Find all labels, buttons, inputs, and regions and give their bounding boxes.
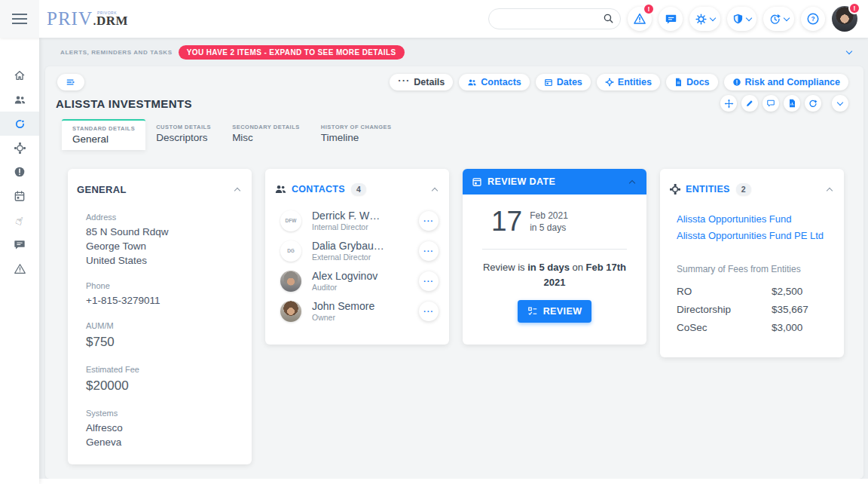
field-value: +1-815-3279011 bbox=[86, 293, 243, 308]
alerts-banner: ALERTS, REMINDERS AND TASKS YOU HAVE 2 I… bbox=[39, 38, 868, 66]
tab-docs[interactable]: Docs bbox=[666, 74, 718, 90]
tab-risk-and-compliance[interactable]: Risk and Compliance bbox=[724, 74, 848, 90]
sidebar-item-calendar[interactable] bbox=[0, 184, 39, 208]
alerts-count-badge: ! bbox=[643, 3, 655, 15]
fee-row: RO $2,500 bbox=[677, 282, 835, 300]
chevron-down-icon bbox=[837, 99, 843, 105]
chevron-up-icon bbox=[234, 188, 240, 194]
svg-text:?: ? bbox=[811, 16, 815, 23]
sidebar-item-feedback[interactable] bbox=[0, 232, 39, 256]
report-button[interactable] bbox=[784, 95, 800, 112]
chevron-down-icon bbox=[746, 14, 752, 20]
history-menu-button[interactable] bbox=[763, 7, 794, 31]
general-card: GENERAL Address 85 N Sound Rdqw George T… bbox=[68, 169, 252, 464]
user-avatar[interactable]: ! bbox=[832, 6, 857, 32]
review-message-on: on bbox=[570, 262, 586, 273]
alerts-button[interactable]: ! bbox=[628, 7, 652, 31]
collapse-card-button[interactable] bbox=[429, 179, 440, 199]
tab-entities[interactable]: Entities bbox=[597, 74, 660, 90]
sidebar-item-portfolio[interactable] bbox=[0, 112, 39, 136]
fees-summary-title: Summary of Fees from Entities bbox=[677, 264, 835, 274]
security-menu-button[interactable] bbox=[727, 7, 756, 31]
sidebar-item-contacts[interactable] bbox=[0, 87, 39, 112]
field-label: Address bbox=[86, 213, 243, 222]
subtab-misc[interactable]: SECONDARY DETAILS Misc bbox=[222, 119, 310, 150]
bottom-strip bbox=[39, 479, 868, 484]
alerts-banner-pill[interactable]: YOU HAVE 2 ITEMS - EXPAND TO SEE MORE DE… bbox=[179, 45, 405, 60]
contact-more-button[interactable]: ··· bbox=[419, 271, 439, 291]
edit-button[interactable] bbox=[741, 95, 758, 112]
tab-contacts[interactable]: Contacts bbox=[459, 74, 529, 90]
subtab-category: HISTORY OF CHANGES bbox=[321, 124, 392, 130]
contact-name: Derrick F. W… bbox=[312, 210, 380, 222]
sidebar-item-approvals[interactable]: ☝ bbox=[0, 208, 39, 232]
subtab-general[interactable]: STANDARD DETAILS General bbox=[62, 119, 145, 150]
help-icon: ? bbox=[806, 12, 820, 26]
pencil-icon bbox=[745, 99, 754, 108]
hand-gesture-icon: ☝ bbox=[14, 213, 24, 226]
calendar-icon bbox=[472, 176, 482, 187]
subtab-category: SECONDARY DETAILS bbox=[232, 124, 300, 130]
refresh-button[interactable] bbox=[805, 95, 821, 112]
messages-button[interactable] bbox=[659, 7, 683, 31]
comment-button[interactable] bbox=[763, 95, 779, 112]
tab-label: Entities bbox=[618, 77, 652, 87]
tab-label: Docs bbox=[686, 77, 710, 87]
sidebar: ☝ bbox=[0, 38, 39, 484]
review-month-year: Feb 2021 bbox=[530, 210, 568, 222]
contact-more-button[interactable]: ··· bbox=[419, 302, 439, 321]
field-value: $20000 bbox=[86, 377, 243, 395]
entity-link[interactable]: Alissta Opportunities Fund bbox=[677, 211, 835, 228]
fee-value: $3,000 bbox=[772, 322, 835, 333]
help-button[interactable]: ? bbox=[801, 7, 825, 31]
panel-toggle-button[interactable] bbox=[57, 74, 84, 90]
review-date-header: REVIEW DATE bbox=[463, 169, 646, 195]
alerts-banner-label: ALERTS, REMINDERS AND TASKS bbox=[60, 49, 173, 56]
history-icon bbox=[769, 13, 781, 26]
collapse-card-button[interactable] bbox=[824, 179, 835, 199]
hub-icon bbox=[605, 78, 614, 87]
subtab-timeline[interactable]: HISTORY OF CHANGES Timeline bbox=[310, 119, 402, 150]
contact-more-button[interactable]: ··· bbox=[419, 241, 439, 261]
search-input[interactable] bbox=[488, 8, 621, 29]
contact-avatar-initials: DG bbox=[280, 240, 301, 262]
entity-link[interactable]: Alissta Opportunities Fund PE Ltd bbox=[677, 228, 835, 244]
contact-avatar-photo bbox=[280, 271, 301, 292]
collapse-panel-button[interactable] bbox=[832, 95, 848, 112]
tab-label: Dates bbox=[557, 77, 582, 87]
contact-role: Owner bbox=[312, 313, 374, 322]
alerts-expand-chevron[interactable] bbox=[846, 47, 852, 54]
sidebar-item-alerts[interactable] bbox=[0, 160, 39, 184]
alert-triangle-icon bbox=[633, 12, 646, 26]
divider bbox=[482, 249, 627, 250]
sidebar-item-risk[interactable] bbox=[0, 256, 39, 280]
collapse-card-button[interactable] bbox=[232, 179, 243, 199]
contact-more-button[interactable]: ··· bbox=[419, 211, 439, 231]
contacts-card: CONTACTS 4 DFW Derrick F. W… Internal Di… bbox=[265, 169, 449, 345]
subtab-label: Misc bbox=[232, 132, 300, 143]
record-tabs: ··· Details Contacts Dates Entities bbox=[390, 74, 848, 90]
contact-row: John Semore Owner ··· bbox=[280, 300, 439, 322]
sidebar-item-home[interactable] bbox=[0, 63, 39, 87]
sidebar-item-entities[interactable] bbox=[0, 136, 39, 160]
detail-subtabs: STANDARD DETAILS General CUSTOM DETAILS … bbox=[62, 119, 863, 150]
doc-chart-icon bbox=[788, 99, 796, 108]
subtab-label: General bbox=[72, 133, 135, 145]
collapse-card-button[interactable] bbox=[627, 172, 637, 191]
review-message-days: in 5 days bbox=[527, 262, 570, 273]
review-message-prefix: Review is bbox=[483, 262, 527, 273]
hamburger-icon bbox=[12, 18, 27, 20]
review-relative: in 5 days bbox=[530, 222, 568, 234]
chevron-up-icon bbox=[629, 180, 635, 186]
menu-button[interactable] bbox=[0, 0, 39, 38]
tab-details[interactable]: ··· Details bbox=[390, 74, 453, 90]
contact-initials: DFW bbox=[286, 218, 297, 223]
settings-menu-button[interactable] bbox=[689, 7, 720, 31]
review-button[interactable]: REVIEW bbox=[518, 300, 592, 323]
subtab-descriptors[interactable]: CUSTOM DETAILS Descriptors bbox=[145, 119, 222, 150]
tab-dates[interactable]: Dates bbox=[536, 74, 591, 90]
move-button[interactable] bbox=[720, 95, 737, 112]
field-value: $750 bbox=[86, 333, 243, 351]
page-title: ALISSTA INVESTMENTS bbox=[56, 97, 192, 110]
info-circle-icon bbox=[732, 78, 741, 87]
